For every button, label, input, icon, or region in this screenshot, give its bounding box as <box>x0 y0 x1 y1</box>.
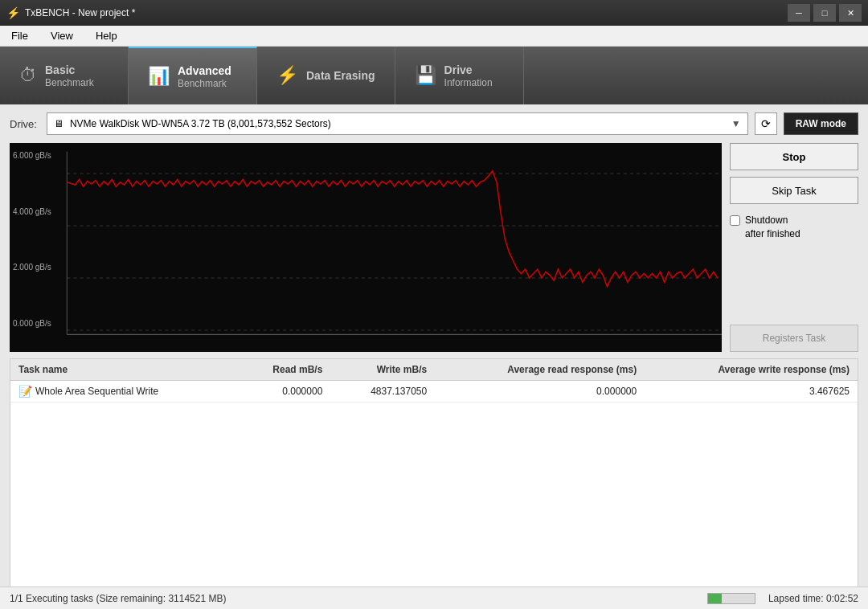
task-icon: 📝 <box>18 385 32 398</box>
stop-button[interactable]: Stop <box>730 143 858 170</box>
raw-mode-button[interactable]: RAW mode <box>784 112 858 135</box>
tab-advanced-sublabel: Benchmark <box>178 78 231 89</box>
tab-erasing-label: Data Erasing <box>306 68 375 83</box>
right-panel: Stop Skip Task Shutdownafter finished Re… <box>730 143 858 352</box>
toolbar: ⏱ Basic Benchmark 📊 Advanced Benchmark ⚡… <box>0 47 868 104</box>
drive-disk-icon: 🖥 <box>54 118 63 129</box>
table-row: 📝 Whole Area Sequential Write 0.000000 4… <box>10 381 858 403</box>
shutdown-label: Shutdownafter finished <box>745 214 800 241</box>
menu-file[interactable]: File <box>6 28 33 43</box>
progress-bar-outer <box>707 593 755 604</box>
table-container: Task name Read mB/s Write mB/s Average r… <box>10 358 858 609</box>
main-content: Drive: 🖥 NVMe WalkDisk WD-WN5A 3.72 TB (… <box>0 104 868 587</box>
menu-view[interactable]: View <box>46 28 78 43</box>
col-read: Read mB/s <box>235 359 330 381</box>
maximize-button[interactable]: □ <box>813 4 836 22</box>
drive-information-icon: 💾 <box>415 65 436 86</box>
skip-task-button[interactable]: Skip Task <box>730 177 858 204</box>
table-header-row: Task name Read mB/s Write mB/s Average r… <box>10 359 858 381</box>
status-progress <box>707 593 755 604</box>
data-erasing-icon: ⚡ <box>276 65 298 86</box>
registers-task-button[interactable]: Registers Task <box>730 325 858 352</box>
advanced-benchmark-icon: 📊 <box>148 66 170 87</box>
status-right-text: Lapsed time: 0:02:52 <box>768 593 858 604</box>
shutdown-checkbox-row: Shutdownafter finished <box>730 214 858 241</box>
col-avg-read: Average read response (ms) <box>435 359 645 381</box>
statusbar: 1/1 Executing tasks (Size remaining: 311… <box>0 587 868 609</box>
bottom-section: 6.000 gB/s 4.000 gB/s 2.000 gB/s 0.000 g… <box>10 143 858 609</box>
menu-help[interactable]: Help <box>91 28 122 43</box>
col-avg-write: Average write response (ms) <box>645 359 858 381</box>
tab-advanced-label: Advanced <box>178 63 231 78</box>
drive-refresh-button[interactable]: ⟳ <box>755 112 777 135</box>
chart-and-right: 6.000 gB/s 4.000 gB/s 2.000 gB/s 0.000 g… <box>10 143 858 352</box>
close-button[interactable]: ✕ <box>839 4 862 22</box>
read-cell: 0.000000 <box>235 381 330 403</box>
status-left-text: 1/1 Executing tasks (Size remaining: 311… <box>10 593 707 604</box>
task-name-cell: 📝 Whole Area Sequential Write <box>10 381 235 403</box>
avg-read-cell: 0.000000 <box>435 381 645 403</box>
chart-y-labels: 6.000 gB/s 4.000 gB/s 2.000 gB/s 0.000 g… <box>13 143 51 336</box>
y-label-2: 2.000 gB/s <box>13 263 51 272</box>
minimize-button[interactable]: ─ <box>788 4 810 22</box>
basic-benchmark-icon: ⏱ <box>19 65 37 86</box>
menubar: File View Help <box>0 26 868 47</box>
titlebar: ⚡ TxBENCH - New project * ─ □ ✕ <box>0 0 868 26</box>
task-name: Whole Area Sequential Write <box>35 386 158 397</box>
y-label-0: 0.000 gB/s <box>13 319 51 328</box>
col-task-name: Task name <box>10 359 235 381</box>
titlebar-controls: ─ □ ✕ <box>788 4 862 22</box>
tab-drive[interactable]: 💾 Drive Information <box>395 47 524 104</box>
results-table: Task name Read mB/s Write mB/s Average r… <box>10 359 858 403</box>
tab-erasing[interactable]: ⚡ Data Erasing <box>257 47 395 104</box>
drive-label: Drive: <box>10 118 37 130</box>
titlebar-left: ⚡ TxBENCH - New project * <box>6 6 135 19</box>
col-write: Write mB/s <box>330 359 435 381</box>
tab-basic-sublabel: Benchmark <box>45 77 94 88</box>
shutdown-checkbox[interactable] <box>730 215 740 226</box>
progress-bar-inner <box>708 594 722 603</box>
app-title: TxBENCH - New project * <box>25 7 135 18</box>
chart-panel: 6.000 gB/s 4.000 gB/s 2.000 gB/s 0.000 g… <box>10 143 722 352</box>
app-icon: ⚡ <box>6 6 20 19</box>
write-cell: 4837.137050 <box>330 381 435 403</box>
chevron-down-icon: ▼ <box>731 118 741 129</box>
drive-select[interactable]: 🖥 NVMe WalkDisk WD-WN5A 3.72 TB (8,001,5… <box>47 112 748 135</box>
y-label-4: 4.000 gB/s <box>13 207 51 216</box>
avg-write-cell: 3.467625 <box>645 381 858 403</box>
drive-value: NVMe WalkDisk WD-WN5A 3.72 TB (8,001,573… <box>70 118 331 129</box>
y-label-6: 6.000 gB/s <box>13 151 51 160</box>
tab-drive-label: Drive <box>444 63 493 77</box>
performance-chart <box>10 143 722 352</box>
drive-row: Drive: 🖥 NVMe WalkDisk WD-WN5A 3.72 TB (… <box>10 112 858 135</box>
tab-drive-sublabel: Information <box>444 77 493 88</box>
tab-advanced[interactable]: 📊 Advanced Benchmark <box>129 47 257 104</box>
svg-rect-0 <box>10 143 722 352</box>
tab-basic-label: Basic <box>45 63 94 77</box>
tab-basic[interactable]: ⏱ Basic Benchmark <box>0 47 129 104</box>
